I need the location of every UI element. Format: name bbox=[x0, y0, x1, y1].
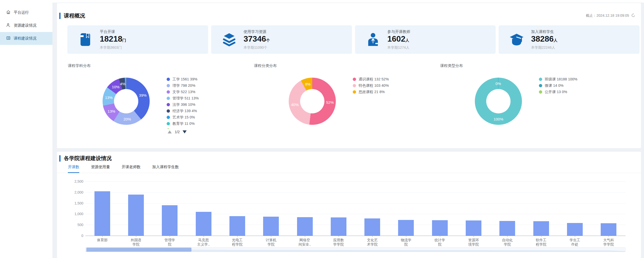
x-axis-tick bbox=[271, 236, 271, 237]
legend-dot bbox=[167, 103, 170, 106]
sidebar-item-course-building[interactable]: 课程建设情况 bbox=[0, 32, 52, 45]
stat-sub: 本学期11090个 bbox=[244, 45, 270, 50]
legend-item[interactable]: 思政课程 21 8% bbox=[353, 89, 419, 95]
bar[interactable] bbox=[331, 217, 346, 236]
bar[interactable] bbox=[533, 221, 549, 236]
refresh-icon[interactable] bbox=[631, 13, 635, 18]
legend-item[interactable]: 工学 1561 39% bbox=[167, 76, 232, 82]
legend-label: 公开课 13 0% bbox=[545, 90, 567, 94]
stat-card-students: 加入课程学生 38286人 本学期22246人 bbox=[499, 25, 639, 54]
bar[interactable] bbox=[499, 221, 515, 236]
stat-text: 加入课程学生 38286人 本学期22246人 bbox=[531, 29, 557, 50]
x-axis-category-label: 大气科学学院 bbox=[592, 238, 625, 247]
legend-dot bbox=[539, 90, 542, 94]
x-axis-tick bbox=[406, 236, 406, 237]
stat-card-teachers: 参与开课教师 1602人 本学期1274人 bbox=[355, 25, 496, 54]
legend-item[interactable] bbox=[167, 127, 232, 129]
overview-title: 课程概况 bbox=[64, 12, 85, 19]
legend-dot bbox=[539, 78, 542, 81]
course-overview-panel: 课程概况 截止：2024.12.18 19:09:05 平台开课 18218门 … bbox=[57, 3, 641, 148]
pie-title: 课程分类分布 bbox=[254, 63, 277, 68]
donut-slice-label: 0% bbox=[496, 81, 501, 86]
x-axis-category-label: 管理学院 bbox=[153, 238, 186, 247]
dashboard-page: 平台运行 资源建设情况 课程建设情况 课程概况 截止：2024.12.18 19… bbox=[0, 0, 644, 258]
legend-item[interactable]: 理学 798 20% bbox=[167, 82, 232, 89]
gridline bbox=[85, 192, 626, 193]
donut-hole bbox=[300, 89, 324, 113]
datazoom-thumb[interactable] bbox=[86, 248, 191, 252]
legend-dot bbox=[167, 90, 170, 94]
bar[interactable] bbox=[364, 218, 380, 236]
legend-dot bbox=[167, 84, 170, 87]
x-axis-tick bbox=[204, 236, 204, 237]
bar-chart bbox=[85, 181, 626, 236]
donut-chart[interactable]: 52%40%8% bbox=[289, 78, 336, 125]
legend-dot bbox=[167, 122, 170, 125]
donut-slice-label: 10% bbox=[112, 85, 120, 89]
legend-label: 经济学 139 4% bbox=[172, 109, 197, 113]
legend-label: 文学 522 13% bbox=[172, 90, 195, 94]
bar[interactable] bbox=[263, 217, 279, 236]
bar[interactable] bbox=[601, 223, 616, 236]
legend-item[interactable]: 通识课程 132 52% bbox=[353, 76, 419, 82]
pie-type-distribution: 课程类型分布 100%0% 班级课 18188 100%微课 14 0%公开课 … bbox=[436, 63, 615, 142]
donut-chart[interactable]: 39%20%13%13%10%4% bbox=[103, 78, 150, 125]
legend-item[interactable]: 管理学 511 13% bbox=[167, 95, 232, 101]
pie-subject-distribution: 课程学科分布 39%20%13%13%10%4% 工学 1561 39%理学 7… bbox=[63, 63, 243, 142]
colleges-title: 各学院课程建设情况 bbox=[64, 155, 112, 162]
legend-page-up-icon[interactable] bbox=[168, 130, 172, 133]
datazoom-slider[interactable] bbox=[85, 247, 626, 252]
legend-label: 班级课 18188 100% bbox=[545, 77, 577, 82]
bar[interactable] bbox=[196, 212, 211, 236]
sidebar-item-platform-run[interactable]: 平台运行 bbox=[0, 6, 52, 19]
bar[interactable] bbox=[94, 191, 110, 236]
x-axis-line bbox=[85, 236, 626, 236]
legend-item[interactable]: 艺术学 15 0% bbox=[167, 114, 232, 121]
legend-dot bbox=[167, 78, 170, 81]
x-axis-category-label: 光电工程学院 bbox=[221, 238, 254, 247]
tab-resource-usage[interactable]: 资源使用量 bbox=[91, 164, 110, 173]
bar[interactable] bbox=[466, 220, 481, 236]
donut-slice-label: 52% bbox=[326, 100, 334, 105]
overview-section-head: 课程概况 bbox=[59, 12, 85, 19]
legend-item[interactable]: 公开课 13 0% bbox=[539, 89, 605, 95]
y-axis-tick-label: 1,500 bbox=[67, 201, 83, 205]
bar[interactable] bbox=[128, 195, 144, 236]
accent-bar bbox=[59, 13, 61, 19]
pie-title: 课程类型分布 bbox=[440, 63, 463, 68]
legend-item[interactable]: 微课 14 0% bbox=[539, 82, 605, 89]
legend-dot bbox=[167, 116, 170, 119]
book-icon bbox=[77, 32, 93, 47]
legend-label: 艺术学 15 0% bbox=[172, 115, 195, 120]
legend-item[interactable]: 经济学 139 4% bbox=[167, 108, 232, 114]
sidebar-item-label: 课程建设情况 bbox=[14, 36, 36, 41]
legend-item[interactable]: 特色课程 103 40% bbox=[353, 82, 419, 89]
legend-label: 思政课程 21 8% bbox=[359, 90, 385, 94]
legend-page-down-icon[interactable] bbox=[183, 130, 187, 133]
x-axis-tick bbox=[237, 236, 238, 237]
x-axis-tick bbox=[440, 236, 440, 237]
sidebar-item-resource-building[interactable]: 资源建设情况 bbox=[0, 19, 52, 32]
deadline-timestamp: 截止：2024.12.18 19:09:05 bbox=[586, 13, 635, 18]
legend-item[interactable]: 法学 396 10% bbox=[167, 101, 232, 108]
stat-text: 参与开课教师 1602人 本学期1274人 bbox=[387, 29, 410, 50]
donut-chart[interactable]: 100%0% bbox=[475, 78, 522, 125]
legend-item[interactable]: 班级课 18188 100% bbox=[539, 76, 605, 82]
bar[interactable] bbox=[162, 205, 178, 236]
y-axis-tick-label: 500 bbox=[67, 223, 83, 227]
tab-course-count[interactable]: 开课数 bbox=[68, 164, 79, 173]
donut-slice-label: 39% bbox=[139, 93, 147, 97]
legend-item[interactable]: 文学 522 13% bbox=[167, 89, 232, 95]
legend-pager: 1/2 bbox=[168, 130, 187, 134]
pie-legend: 通识课程 132 52%特色课程 103 40%思政课程 21 8% bbox=[353, 76, 419, 95]
bar[interactable] bbox=[229, 216, 245, 236]
bar[interactable] bbox=[432, 220, 448, 236]
legend-page-indicator: 1/2 bbox=[175, 130, 180, 134]
bar[interactable] bbox=[297, 217, 313, 236]
bar[interactable] bbox=[567, 223, 583, 236]
legend-item[interactable]: 教育学 11 0% bbox=[167, 121, 232, 127]
tab-teacher-count[interactable]: 开课老师数 bbox=[122, 164, 141, 173]
bar[interactable] bbox=[398, 220, 414, 236]
tab-student-count[interactable]: 加入课程学生数 bbox=[152, 164, 179, 173]
x-axis-category-label: 物流学院 bbox=[389, 238, 422, 247]
